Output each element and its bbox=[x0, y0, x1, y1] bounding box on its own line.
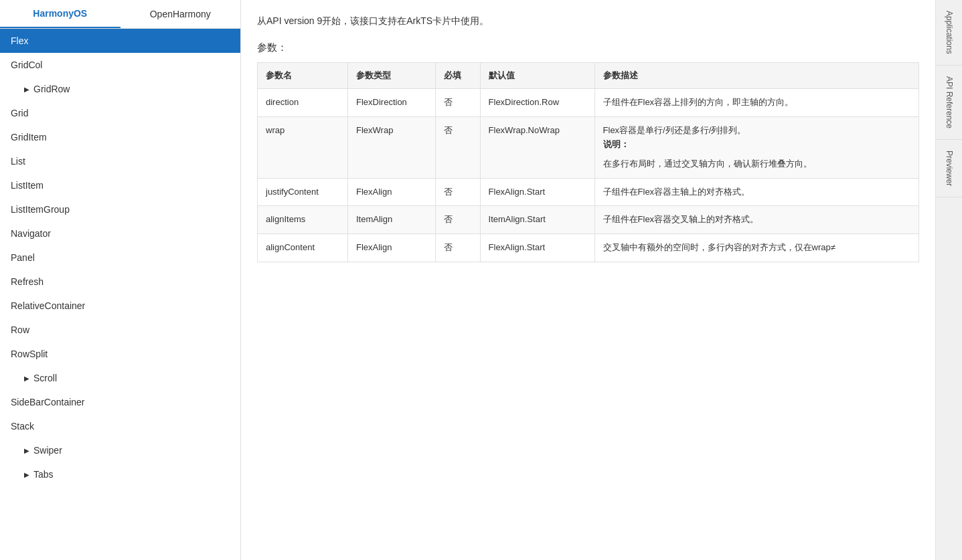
table-header: 默认值 bbox=[480, 63, 594, 89]
sidebar-item-grid[interactable]: Grid bbox=[0, 101, 240, 125]
sidebar-item-label: List bbox=[11, 156, 25, 167]
sidebar-item-label: Flex bbox=[11, 35, 28, 46]
sidebar-item-griditem[interactable]: GridItem bbox=[0, 125, 240, 149]
param-desc: Flex容器是单行/列还是多行/列排列。说明：在多行布局时，通过交叉轴方向，确认… bbox=[594, 117, 918, 178]
sidebar-item-label: Grid bbox=[11, 108, 28, 118]
sidebar-item-tabs[interactable]: ▶Tabs bbox=[0, 462, 240, 486]
sidebar-item-navigator[interactable]: Navigator bbox=[0, 221, 240, 246]
sidebar-item-scroll[interactable]: ▶Scroll bbox=[0, 366, 240, 390]
param-type: FlexWrap bbox=[348, 117, 436, 178]
param-type: ItemAlign bbox=[348, 206, 436, 234]
param-default: FlexWrap.NoWrap bbox=[480, 117, 594, 178]
note-label: 说明： bbox=[603, 138, 910, 152]
sidebar-item-label: Swiper bbox=[33, 445, 62, 456]
params-table: 参数名参数类型必填默认值参数描述directionFlexDirection否F… bbox=[257, 62, 919, 262]
sidebar-item-list[interactable]: List bbox=[0, 149, 240, 173]
table-header: 必填 bbox=[436, 63, 480, 89]
param-desc-text: Flex容器是单行/列还是多行/列排列。 bbox=[603, 124, 910, 138]
sidebar-item-listitem[interactable]: ListItem bbox=[0, 173, 240, 197]
tab-openharmony[interactable]: OpenHarmony bbox=[121, 0, 241, 28]
sidebar-item-label: Row bbox=[11, 324, 29, 335]
table-row: justifyContentFlexAlign否FlexAlign.Start子… bbox=[258, 178, 919, 206]
param-required: 否 bbox=[436, 206, 480, 234]
param-desc: 子组件在Flex容器交叉轴上的对齐格式。 bbox=[594, 206, 918, 234]
param-desc: 子组件在Flex容器上排列的方向，即主轴的方向。 bbox=[594, 89, 918, 117]
right-panel-item-api-reference[interactable]: API Reference bbox=[936, 66, 962, 140]
sidebar-item-label: ListItem bbox=[11, 180, 44, 191]
sidebar-item-refresh[interactable]: Refresh bbox=[0, 270, 240, 294]
right-panel-item-previewer[interactable]: Previewer bbox=[936, 140, 962, 197]
sidebar-item-label: RelativeContainer bbox=[11, 300, 85, 311]
sidebar-item-label: Scroll bbox=[33, 373, 57, 383]
sidebar-item-label: Tabs bbox=[33, 469, 54, 480]
param-desc-text: 交叉轴中有额外的空间时，多行内容的对齐方式，仅在wrap≠ bbox=[603, 241, 910, 255]
table-header: 参数类型 bbox=[348, 63, 436, 89]
sidebar-item-label: GridRow bbox=[33, 84, 70, 94]
right-panel: ApplicationsAPI ReferencePreviewer bbox=[935, 0, 962, 560]
sidebar-item-label: Panel bbox=[11, 252, 35, 263]
sidebar-item-row[interactable]: Row bbox=[0, 318, 240, 342]
param-name: direction bbox=[258, 89, 348, 117]
param-required: 否 bbox=[436, 117, 480, 178]
sidebar-item-flex[interactable]: Flex bbox=[0, 29, 240, 53]
param-desc-text: 子组件在Flex容器交叉轴上的对齐格式。 bbox=[603, 213, 910, 227]
table-header: 参数名 bbox=[258, 63, 348, 89]
param-required: 否 bbox=[436, 89, 480, 117]
chevron-right-icon: ▶ bbox=[24, 447, 29, 454]
sidebar: HarmonyOS OpenHarmony FlexGridCol▶GridRo… bbox=[0, 0, 241, 560]
sidebar-item-label: GridCol bbox=[11, 60, 42, 70]
param-desc-text: 子组件在Flex容器上排列的方向，即主轴的方向。 bbox=[603, 96, 910, 110]
param-name: wrap bbox=[258, 117, 348, 178]
sidebar-item-label: Refresh bbox=[11, 276, 44, 287]
param-desc: 子组件在Flex容器主轴上的对齐格式。 bbox=[594, 178, 918, 206]
param-name: alignItems bbox=[258, 206, 348, 234]
param-default: FlexAlign.Start bbox=[480, 178, 594, 206]
table-row: directionFlexDirection否FlexDirection.Row… bbox=[258, 89, 919, 117]
note-desc: 在多行布局时，通过交叉轴方向，确认新行堆叠方向。 bbox=[603, 157, 910, 171]
sidebar-item-label: ListItemGroup bbox=[11, 204, 70, 215]
sidebar-item-listitemgroup[interactable]: ListItemGroup bbox=[0, 197, 240, 221]
sidebar-item-label: RowSplit bbox=[11, 349, 48, 359]
sidebar-item-gridrow[interactable]: ▶GridRow bbox=[0, 77, 240, 101]
intro-text: 从API version 9开始，该接口支持在ArkTS卡片中使用。 bbox=[257, 13, 919, 28]
sidebar-list: FlexGridCol▶GridRowGridGridItemListListI… bbox=[0, 29, 240, 560]
section-label: 参数： bbox=[257, 41, 919, 54]
param-default: FlexDirection.Row bbox=[480, 89, 594, 117]
param-required: 否 bbox=[436, 234, 480, 262]
chevron-right-icon: ▶ bbox=[24, 375, 29, 382]
sidebar-tabs: HarmonyOS OpenHarmony bbox=[0, 0, 240, 29]
right-panel-item-applications[interactable]: Applications bbox=[936, 0, 962, 66]
tab-harmonyos[interactable]: HarmonyOS bbox=[0, 0, 121, 28]
param-desc: 交叉轴中有额外的空间时，多行内容的对齐方式，仅在wrap≠ bbox=[594, 234, 918, 262]
sidebar-item-relativecontainer[interactable]: RelativeContainer bbox=[0, 294, 240, 318]
sidebar-item-stack[interactable]: Stack bbox=[0, 414, 240, 438]
sidebar-item-panel[interactable]: Panel bbox=[0, 246, 240, 270]
param-name: justifyContent bbox=[258, 178, 348, 206]
param-type: FlexAlign bbox=[348, 234, 436, 262]
sidebar-item-swiper[interactable]: ▶Swiper bbox=[0, 438, 240, 462]
sidebar-item-label: Navigator bbox=[11, 228, 51, 239]
main-content: 从API version 9开始，该接口支持在ArkTS卡片中使用。 参数： 参… bbox=[241, 0, 935, 560]
chevron-right-icon: ▶ bbox=[24, 471, 29, 478]
param-type: FlexDirection bbox=[348, 89, 436, 117]
sidebar-item-label: Stack bbox=[11, 421, 34, 432]
param-desc-text: 子组件在Flex容器主轴上的对齐格式。 bbox=[603, 185, 910, 199]
sidebar-item-rowsplit[interactable]: RowSplit bbox=[0, 342, 240, 366]
param-required: 否 bbox=[436, 178, 480, 206]
sidebar-item-sidebarcontainer[interactable]: SideBarContainer bbox=[0, 390, 240, 414]
sidebar-item-gridcol[interactable]: GridCol bbox=[0, 53, 240, 77]
sidebar-item-label: GridItem bbox=[11, 132, 47, 143]
param-default: FlexAlign.Start bbox=[480, 234, 594, 262]
param-type: FlexAlign bbox=[348, 178, 436, 206]
table-row: alignItemsItemAlign否ItemAlign.Start子组件在F… bbox=[258, 206, 919, 234]
table-row: wrapFlexWrap否FlexWrap.NoWrapFlex容器是单行/列还… bbox=[258, 117, 919, 178]
param-name: alignContent bbox=[258, 234, 348, 262]
param-default: ItemAlign.Start bbox=[480, 206, 594, 234]
chevron-right-icon: ▶ bbox=[24, 86, 29, 93]
table-row: alignContentFlexAlign否FlexAlign.Start交叉轴… bbox=[258, 234, 919, 262]
sidebar-item-label: SideBarContainer bbox=[11, 397, 85, 407]
table-header: 参数描述 bbox=[594, 63, 918, 89]
